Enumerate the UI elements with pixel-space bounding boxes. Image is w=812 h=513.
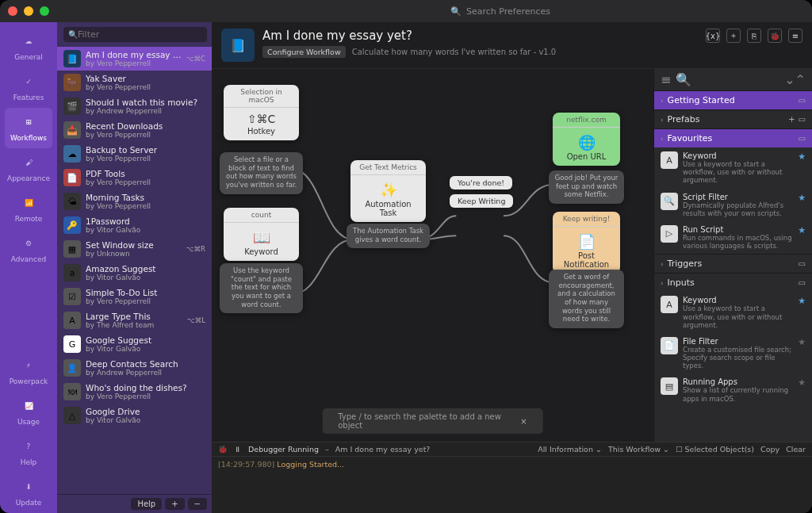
- star-icon[interactable]: ★: [798, 225, 806, 235]
- close-window[interactable]: [8, 6, 17, 16]
- inspector-section-getting-started[interactable]: ›Getting Started▭: [654, 90, 812, 109]
- titlebar: 🔍 Search Preferences: [0, 0, 812, 22]
- sidebar-item-update[interactable]: ⬇Update: [5, 473, 52, 513]
- workflow-row[interactable]: 🌤Morning Tasksby Vero Pepperrell: [57, 190, 212, 213]
- maximize-window[interactable]: [40, 6, 49, 16]
- section-tool[interactable]: ▭: [799, 134, 806, 143]
- powerpack-icon: ⚡: [19, 356, 38, 375]
- inspector-section-triggers[interactable]: ›Triggers▭: [654, 254, 812, 273]
- log-message: Logging Started...: [277, 460, 344, 469]
- section-tool[interactable]: +: [788, 115, 795, 124]
- configure-workflow-button[interactable]: Configure Workflow: [262, 46, 346, 58]
- debugger-context: Am I done my essay yet?: [335, 445, 431, 454]
- inspector-item[interactable]: AKeywordUse a keyword to start a workflo…: [654, 292, 812, 333]
- section-tool[interactable]: ▭: [799, 278, 806, 287]
- bug-icon[interactable]: 🐞: [218, 445, 228, 454]
- star-icon[interactable]: ★: [798, 193, 806, 203]
- workflow-item-icon: 📄: [63, 169, 81, 186]
- sidebar-item-remote[interactable]: 📶Remote: [5, 189, 52, 229]
- scope-dropdown[interactable]: This Workflow ⌄: [608, 445, 669, 454]
- inspector-section-prefabs[interactable]: ›Prefabs+▭: [654, 109, 812, 128]
- workflow-row[interactable]: 👤Deep Contacts Searchby Andrew Pepperrel…: [57, 356, 212, 380]
- workflow-icon: 📘: [221, 29, 255, 62]
- section-tool[interactable]: ▭: [799, 96, 806, 105]
- workflow-canvas[interactable]: Selection in macOS ⇧⌘C Hotkey Select a f…: [212, 69, 653, 442]
- features-icon: ✓: [19, 72, 38, 91]
- close-icon[interactable]: ×: [520, 417, 527, 426]
- star-icon[interactable]: ★: [798, 151, 806, 162]
- node-hotkey[interactable]: Selection in macOS ⇧⌘C Hotkey: [224, 85, 299, 140]
- sidebar-item-help[interactable]: ?Help: [5, 432, 52, 473]
- inspector-item[interactable]: ▷Run ScriptRun commands in macOS, using …: [654, 221, 812, 254]
- workflow-row[interactable]: 📥Recent Downloadsby Vero Pepperrell: [57, 118, 212, 142]
- help-button[interactable]: Help: [131, 498, 162, 510]
- section-tool[interactable]: ▭: [799, 259, 806, 268]
- header-tool[interactable]: ≡: [788, 29, 802, 43]
- inspector-item[interactable]: 📄File FilterCreate a customised file sea…: [654, 333, 812, 374]
- workflow-row[interactable]: 📘Am I done my essay yet?by Vero Pepperre…: [57, 47, 212, 71]
- inspector-item[interactable]: AKeywordUse a keyword to start a workflo…: [654, 147, 812, 189]
- header-tool[interactable]: 🐞: [768, 29, 782, 43]
- branch-done[interactable]: You're done!: [450, 176, 512, 190]
- sidebar-item-powerpack[interactable]: ⚡Powerpack: [5, 351, 52, 392]
- copy-button[interactable]: Copy: [760, 445, 779, 454]
- remote-icon: 📶: [19, 193, 38, 212]
- node-post-notification[interactable]: Keep writing! 📄 Post Notification: [553, 212, 620, 274]
- workflow-row[interactable]: 🍽Who's doing the dishes?by Vero Pepperre…: [57, 380, 212, 404]
- header-tool[interactable]: ⎘: [747, 29, 761, 43]
- inspector-section-inputs[interactable]: ›Inputs▭: [654, 273, 812, 292]
- workflow-row[interactable]: ☑Simple To-Do Listby Vero Pepperrell: [57, 285, 212, 308]
- help-icon: ?: [19, 437, 38, 456]
- star-icon[interactable]: ★: [798, 377, 806, 388]
- node-url-desc: Good job! Put your feet up and watch som…: [549, 170, 624, 204]
- inspector-section-favourites[interactable]: ›Favourites▭: [654, 128, 812, 147]
- clear-button[interactable]: Clear: [786, 445, 806, 454]
- pause-icon[interactable]: ⏸: [234, 445, 242, 454]
- minimize-window[interactable]: [24, 6, 33, 16]
- workflow-row[interactable]: 🎬Should I watch this movie?by Andrew Pep…: [57, 94, 212, 118]
- workflow-item-icon: 👤: [63, 359, 81, 377]
- search-icon[interactable]: 🔍: [676, 72, 691, 87]
- menu-icon[interactable]: ≡: [661, 72, 671, 87]
- remove-workflow-button[interactable]: −: [188, 498, 207, 510]
- sidebar-item-usage[interactable]: 📈Usage: [5, 392, 52, 432]
- info-dropdown[interactable]: All Information ⌄: [538, 445, 602, 454]
- selected-checkbox[interactable]: ☐ Selected Object(s): [676, 445, 754, 454]
- branch-keep-writing[interactable]: Keep Writing: [450, 194, 513, 208]
- workflow-item-icon: ☁: [63, 145, 81, 163]
- sidebar-item-general[interactable]: ☁General: [5, 27, 52, 67]
- star-icon[interactable]: ★: [798, 337, 806, 347]
- sidebar-item-workflows[interactable]: ⊞Workflows: [5, 108, 52, 148]
- inspector-item[interactable]: ▤Running AppsShow a list of currently ru…: [654, 373, 812, 406]
- sidebar-item-features[interactable]: ✓Features: [5, 67, 52, 108]
- star-icon[interactable]: ★: [798, 296, 806, 306]
- inspector-item[interactable]: 🔍Script FilterDynamically populate Alfre…: [654, 189, 812, 221]
- palette-hint[interactable]: Type / to search the palette to add a ne…: [322, 408, 543, 434]
- workflow-row[interactable]: ALarge Type Thisby The Alfred team⌥⌘L: [57, 308, 212, 332]
- add-workflow-button[interactable]: +: [165, 498, 184, 510]
- appearance-icon: 🖌: [19, 153, 38, 172]
- workflow-item-icon: △: [63, 407, 81, 424]
- workflow-row[interactable]: GGoogle Suggestby Vitor Galvão: [57, 332, 212, 356]
- node-keyword[interactable]: count 📖 Keyword: [224, 208, 299, 261]
- workflow-item-icon: 🎬: [63, 98, 81, 115]
- header-tool[interactable]: {x}: [706, 29, 720, 43]
- header-tool[interactable]: ＋: [726, 29, 741, 43]
- search-placeholder[interactable]: Search Preferences: [466, 6, 550, 17]
- sidebar-item-advanced[interactable]: ⚙Advanced: [5, 229, 52, 270]
- inspector-panel: ≡ 🔍 ⌄⌃ ›Getting Started▭›Prefabs+▭›Favou…: [653, 69, 812, 442]
- workflow-row[interactable]: ▦Set Window sizeby Unknown⌥⌘R: [57, 237, 212, 261]
- workflow-row[interactable]: 🔑1Passwordby Vitor Galvão: [57, 213, 212, 237]
- workflow-row[interactable]: aAmazon Suggestby Vitor Galvão: [57, 261, 212, 285]
- node-open-url[interactable]: netflix.com 🌐 Open URL: [553, 113, 620, 166]
- workflow-row[interactable]: 🐂Yak Saverby Vero Pepperrell: [57, 71, 212, 94]
- sidebar-item-appearance[interactable]: 🖌Appearance: [5, 148, 52, 189]
- workflow-filter-input[interactable]: [63, 27, 207, 42]
- section-tool[interactable]: ▭: [799, 115, 806, 124]
- workflow-header: 📘 Am I done my essay yet? Configure Work…: [212, 22, 812, 69]
- node-automation-task[interactable]: Get Text Metrics ✨ Automation Task: [350, 160, 426, 222]
- workflow-row[interactable]: 📄PDF Toolsby Vero Pepperrell: [57, 166, 212, 190]
- workflow-row[interactable]: △Google Driveby Vitor Galvão: [57, 404, 212, 427]
- workflow-row[interactable]: ☁Backup to Serverby Vero Pepperrell: [57, 142, 212, 166]
- collapse-icon[interactable]: ⌄⌃: [784, 72, 806, 87]
